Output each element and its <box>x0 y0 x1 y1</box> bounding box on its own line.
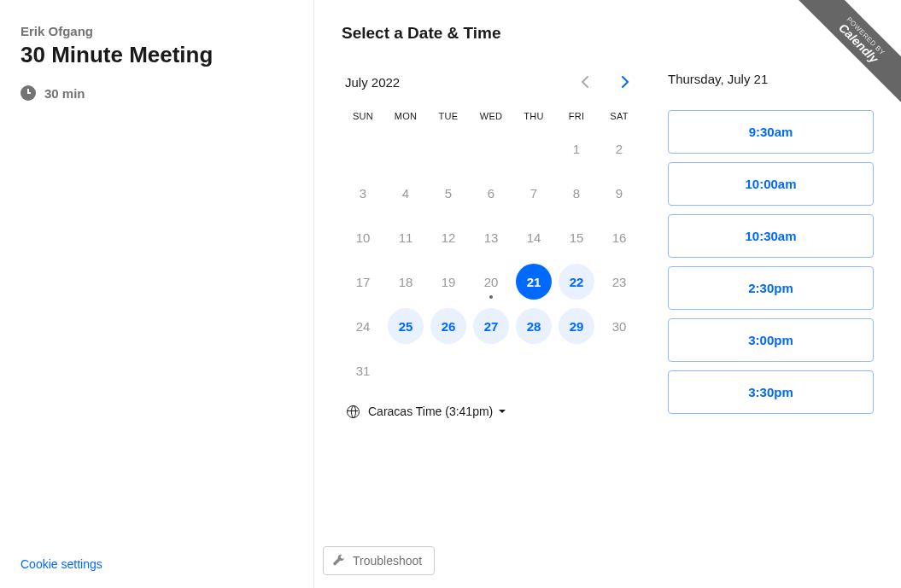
day-9: 9 <box>601 175 637 211</box>
timeslot-button[interactable]: 9:30am <box>668 110 874 154</box>
sidebar: Erik Ofgang 30 Minute Meeting 30 min Coo… <box>0 0 314 588</box>
timezone-label: Caracas Time (3:41pm) <box>368 405 493 418</box>
timeslots-panel: Thursday, July 21 9:30am10:00am10:30am2:… <box>668 70 874 422</box>
globe-icon <box>347 405 360 418</box>
day-24: 24 <box>345 308 381 344</box>
day-4: 4 <box>388 175 424 211</box>
day-19: 19 <box>430 264 466 300</box>
day-22[interactable]: 22 <box>559 264 594 300</box>
day-8: 8 <box>559 175 594 211</box>
day-5: 5 <box>430 175 466 211</box>
day-29[interactable]: 29 <box>559 308 594 344</box>
weekday-label: TUE <box>427 111 470 121</box>
timezone-selector[interactable]: Caracas Time (3:41pm) <box>342 405 641 418</box>
weekday-label: MON <box>384 111 427 121</box>
day-28[interactable]: 28 <box>516 308 552 344</box>
main-panel: Select a Date & Time July 2022 SUNMONTUE… <box>314 0 901 588</box>
troubleshoot-button[interactable]: Troubleshoot <box>323 546 435 575</box>
timeslot-button[interactable]: 10:00am <box>668 162 874 206</box>
day-10: 10 <box>345 219 381 255</box>
today-indicator <box>489 295 493 299</box>
day-1: 1 <box>559 131 594 166</box>
day-14: 14 <box>516 219 552 255</box>
day-20: 20 <box>473 264 509 300</box>
next-month-button[interactable] <box>613 70 637 94</box>
day-17: 17 <box>345 264 381 300</box>
weekday-label: THU <box>512 111 555 121</box>
chevron-down-icon <box>499 410 506 413</box>
weekday-label: FRI <box>555 111 598 121</box>
day-13: 13 <box>473 219 509 255</box>
cookie-settings-link[interactable]: Cookie settings <box>20 557 102 571</box>
timeslot-button[interactable]: 10:30am <box>668 214 874 258</box>
day-16: 16 <box>601 219 637 255</box>
day-21[interactable]: 21 <box>516 264 552 300</box>
weekday-label: WED <box>470 111 512 121</box>
weekday-label: SAT <box>598 111 641 121</box>
prev-month-button[interactable] <box>572 70 596 94</box>
host-name: Erik Ofgang <box>20 24 288 38</box>
day-12: 12 <box>430 219 466 255</box>
day-31: 31 <box>345 352 381 388</box>
clock-icon <box>20 85 36 101</box>
day-23: 23 <box>601 264 637 300</box>
calendar: July 2022 SUNMONTUEWEDTHUFRISAT 12345678… <box>342 70 641 422</box>
day-15: 15 <box>559 219 594 255</box>
page-title: Select a Date & Time <box>342 24 874 43</box>
day-6: 6 <box>473 175 509 211</box>
days-grid: 1234567891011121314151617181920212223242… <box>342 130 641 389</box>
selected-date-label: Thursday, July 21 <box>668 72 874 86</box>
day-3: 3 <box>345 175 381 211</box>
weekday-label: SUN <box>342 111 384 121</box>
month-label: July 2022 <box>345 75 400 90</box>
day-18: 18 <box>388 264 424 300</box>
weekday-row: SUNMONTUEWEDTHUFRISAT <box>342 111 641 121</box>
timeslot-button[interactable]: 2:30pm <box>668 266 874 310</box>
troubleshoot-label: Troubleshoot <box>353 554 422 568</box>
day-30: 30 <box>601 308 637 344</box>
meeting-duration: 30 min <box>20 85 288 101</box>
duration-text: 30 min <box>44 86 85 101</box>
day-7: 7 <box>516 175 552 211</box>
timeslot-button[interactable]: 3:00pm <box>668 318 874 362</box>
day-26[interactable]: 26 <box>430 308 466 344</box>
day-2: 2 <box>601 131 637 166</box>
day-25[interactable]: 25 <box>388 308 424 344</box>
timeslot-button[interactable]: 3:30pm <box>668 370 874 414</box>
day-11: 11 <box>388 219 424 255</box>
meeting-title: 30 Minute Meeting <box>20 42 288 68</box>
day-27[interactable]: 27 <box>473 308 509 344</box>
wrench-icon <box>332 554 346 568</box>
